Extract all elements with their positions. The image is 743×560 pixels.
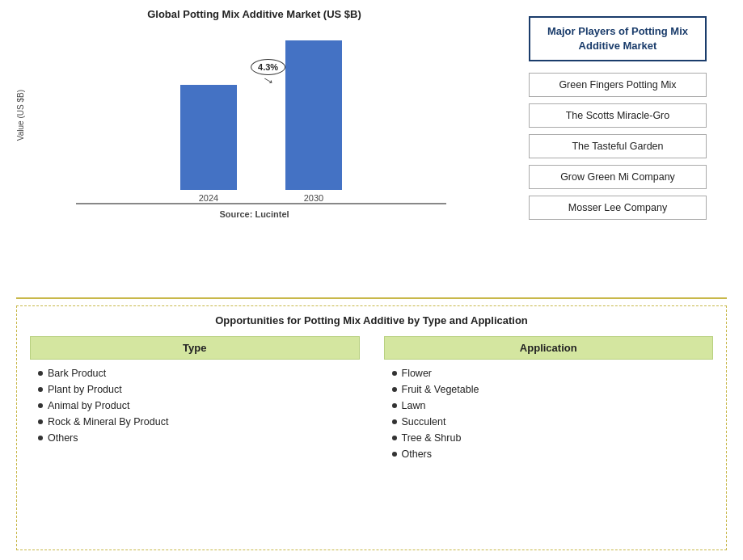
player-item-3: The Tasteful Garden <box>529 134 707 158</box>
player-item-2: The Scotts Miracle-Gro <box>529 103 707 128</box>
app-item-2: Fruit & Vegetable <box>392 384 714 395</box>
section-divider <box>16 297 727 299</box>
type-item-3: Animal by Product <box>38 400 360 411</box>
y-axis-label: Value (US $B) <box>16 90 25 141</box>
player-item-4: Grow Green Mi Company <box>529 165 707 189</box>
app-item-3: Lawn <box>392 400 714 411</box>
application-items: Flower Fruit & Vegetable Lawn Succulent … <box>384 368 714 460</box>
type-item-4: Rock & Mineral By Product <box>38 416 360 427</box>
bar-2024 <box>180 85 237 190</box>
bar-chart: 4.3% → 2024 2030 <box>30 27 492 204</box>
cagr-annotation: 4.3% → <box>251 59 285 89</box>
bullet-icon <box>392 419 397 424</box>
bullet-icon <box>38 403 43 408</box>
bars-container: 4.3% → 2024 2030 <box>30 27 492 203</box>
players-title: Major Players of Potting Mix Additive Ma… <box>529 16 707 61</box>
opportunities-title: Opportunities for Potting Mix Additive b… <box>30 314 713 326</box>
player-item-1: Green Fingers Potting Mix <box>529 73 707 97</box>
type-item-5: Others <box>38 432 360 444</box>
app-item-4: Succulent <box>392 416 714 427</box>
bar-group-2030: 2030 <box>285 40 342 203</box>
type-column: Type Bark Product Plant by Product Anima… <box>30 336 360 540</box>
opportunities-section: Opportunities for Potting Mix Additive b… <box>16 305 727 550</box>
bullet-icon <box>38 419 43 424</box>
app-item-5: Tree & Shrub <box>392 432 714 444</box>
columns-container: Type Bark Product Plant by Product Anima… <box>30 336 713 540</box>
bar-label-2024: 2024 <box>199 193 218 203</box>
source-label: Source: Lucintel <box>219 209 289 219</box>
app-item-6: Others <box>392 448 714 460</box>
application-column: Application Flower Fruit & Vegetable Law… <box>384 336 714 540</box>
player-item-5: Mosser Lee Company <box>529 196 707 220</box>
type-item-2: Plant by Product <box>38 384 360 395</box>
bullet-icon <box>38 436 43 440</box>
bullet-icon <box>392 436 397 440</box>
bullet-icon <box>38 371 43 376</box>
app-item-1: Flower <box>392 368 714 379</box>
bar-label-2030: 2030 <box>304 193 323 203</box>
chart-title: Global Potting Mix Additive Market (US $… <box>147 8 361 20</box>
application-header: Application <box>384 336 714 360</box>
type-item-1: Bark Product <box>38 368 360 379</box>
type-items: Bark Product Plant by Product Animal by … <box>30 368 360 444</box>
type-header: Type <box>30 336 360 360</box>
bar-2030 <box>285 40 342 190</box>
bullet-icon <box>392 371 397 376</box>
players-area: Major Players of Potting Mix Additive Ma… <box>509 8 727 291</box>
bullet-icon <box>38 387 43 392</box>
bullet-icon <box>392 403 397 408</box>
bullet-icon <box>392 452 397 457</box>
x-axis-line <box>76 203 446 204</box>
bullet-icon <box>392 387 397 392</box>
bar-chart-area: Global Potting Mix Additive Market (US $… <box>16 8 492 291</box>
bar-group-2024: 2024 <box>180 85 237 203</box>
